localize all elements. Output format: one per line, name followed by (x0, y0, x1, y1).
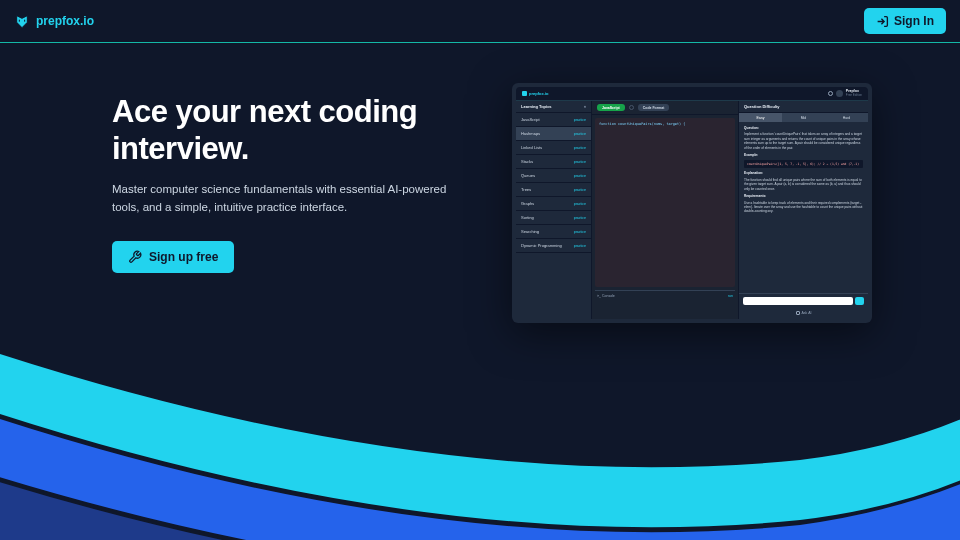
preview-topic-item: Hashmapspractice (516, 127, 591, 141)
preview-question: Question: Implement a function 'countUni… (739, 122, 868, 293)
preview-console: >_ Console run (595, 290, 735, 316)
preview-q-body: Implement a function 'countUniquePairs' … (744, 132, 863, 150)
preview-topic-item: Searchingpractice (516, 225, 591, 239)
preview-topic-badge: practice (574, 132, 586, 136)
preview-expl-title: Explanation: (744, 171, 863, 175)
preview-expl-body: The function should find all unique pair… (744, 178, 863, 191)
preview-diff-tab: Hard (825, 113, 868, 122)
preview-topic-badge: practice (574, 244, 586, 248)
preview-fox-icon (522, 91, 527, 96)
brand-text: prepfox.io (36, 14, 94, 28)
preview-topic-item: Treespractice (516, 183, 591, 197)
preview-topic-name: Dynamic Programming (521, 243, 562, 248)
preview-topic-list: JavaScriptpracticeHashmapspracticeLinked… (516, 113, 591, 253)
preview-topic-name: Searching (521, 229, 539, 234)
preview-user-text: Prepfox Free Edition (846, 90, 862, 97)
tools-icon (128, 250, 142, 264)
preview-diff-tab: Easy (739, 113, 782, 122)
preview-brand: prepfox.io (522, 91, 548, 96)
preview-ai-label: Ask AI (802, 311, 812, 315)
preview-topic-badge: practice (574, 174, 586, 178)
preview-chat-input (743, 297, 853, 305)
ai-icon (796, 311, 800, 315)
preview-topic-name: Queues (521, 173, 535, 178)
signin-label: Sign In (894, 14, 934, 28)
brand[interactable]: prepfox.io (14, 13, 94, 29)
preview-code-line: function countUniquePairs(nums, target) … (599, 122, 731, 126)
preview-ex-code: countUniquePairs([1, 5, 7, -1, 5], 6); /… (744, 160, 863, 168)
header: prepfox.io Sign In (0, 0, 960, 43)
preview-topic-item: Sortingpractice (516, 211, 591, 225)
preview-sidebar: Learning Topics × JavaScriptpracticeHash… (516, 101, 592, 319)
preview-console-label: >_ Console (597, 294, 615, 298)
preview-format-pill: Code Format (638, 104, 670, 111)
preview-lang-pill: JavaScript (597, 104, 625, 111)
preview-editor: JavaScript Code Format function countUni… (592, 101, 738, 319)
hero: Ace your next coding interview. Master c… (112, 83, 462, 323)
preview-run-label: run (728, 294, 733, 298)
preview-topic-name: Hashmaps (521, 131, 540, 136)
preview-topic-badge: practice (574, 202, 586, 206)
preview-topic-badge: practice (574, 118, 586, 122)
preview-format-dot-icon (629, 105, 634, 110)
signup-label: Sign up free (149, 250, 218, 264)
preview-user: Prepfox Free Edition (828, 90, 862, 97)
preview-window: prepfox.io Prepfox Free Edition Learning… (516, 87, 868, 319)
preview-header: prepfox.io Prepfox Free Edition (516, 87, 868, 101)
preview-q-title: Question: (744, 126, 863, 130)
preview-topic-badge: practice (574, 160, 586, 164)
preview-difficulty-tabs: EasyMidHard (739, 113, 868, 122)
preview-topic-item: JavaScriptpractice (516, 113, 591, 127)
preview-avatar-icon (836, 90, 843, 97)
preview-ai-row: Ask AI (739, 308, 868, 319)
main: Ace your next coding interview. Master c… (0, 43, 960, 323)
preview-sidebar-head: Learning Topics × (516, 101, 591, 113)
signin-button[interactable]: Sign In (864, 8, 946, 34)
signin-icon (876, 15, 889, 28)
preview-body: Learning Topics × JavaScriptpracticeHash… (516, 101, 868, 319)
preview-topic-badge: practice (574, 216, 586, 220)
preview-topic-item: Graphspractice (516, 197, 591, 211)
preview-input-row (739, 293, 868, 308)
preview-diff-tab: Mid (782, 113, 825, 122)
preview-topic-name: JavaScript (521, 117, 540, 122)
preview-user-role: Free Edition (846, 94, 862, 97)
preview-difficulty-label: Question Difficulty (739, 101, 868, 113)
preview-topic-badge: practice (574, 146, 586, 150)
preview-topic-item: Stackspractice (516, 155, 591, 169)
preview-topic-badge: practice (574, 230, 586, 234)
preview-brand-text: prepfox.io (529, 91, 548, 96)
preview-sidebar-title: Learning Topics (521, 104, 552, 109)
preview-topic-item: Linked Listspractice (516, 141, 591, 155)
preview-topic-name: Stacks (521, 159, 533, 164)
preview-topic-name: Sorting (521, 215, 534, 220)
fox-logo-icon (14, 13, 30, 29)
signup-button[interactable]: Sign up free (112, 241, 234, 273)
preview-req-title: Requirements: (744, 194, 863, 198)
preview-topic-name: Graphs (521, 201, 534, 206)
preview-topic-badge: practice (574, 188, 586, 192)
preview-editor-tabs: JavaScript Code Format (592, 101, 738, 115)
preview-topic-item: Queuespractice (516, 169, 591, 183)
preview-search-icon (828, 91, 833, 96)
preview-req-body: Use a hashtable to keep track of element… (744, 201, 863, 214)
preview-right-panel: Question Difficulty EasyMidHard Question… (738, 101, 868, 319)
close-icon: × (584, 104, 586, 109)
hero-title: Ace your next coding interview. (112, 93, 462, 167)
app-preview: prepfox.io Prepfox Free Edition Learning… (512, 83, 872, 323)
preview-ex-title: Example: (744, 153, 863, 157)
preview-topic-name: Trees (521, 187, 531, 192)
hero-subtitle: Master computer science fundamentals wit… (112, 181, 462, 217)
preview-topic-name: Linked Lists (521, 145, 542, 150)
preview-topic-item: Dynamic Programmingpractice (516, 239, 591, 253)
preview-send-button (855, 297, 864, 305)
preview-code-area: function countUniquePairs(nums, target) … (595, 118, 735, 287)
